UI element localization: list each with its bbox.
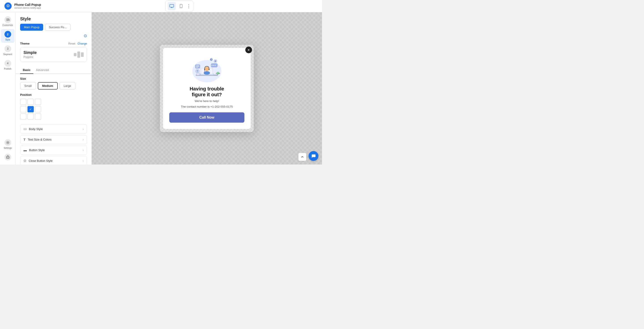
more-options-button[interactable]: ⋮: [186, 3, 191, 9]
popup-close-button[interactable]: ×: [245, 47, 252, 53]
button-style-arrow: ›: [83, 148, 84, 152]
theme-font: Poppins: [24, 56, 37, 59]
basic-subtab[interactable]: Basic: [20, 67, 33, 74]
sidebar-item-style[interactable]: 2 Style: [1, 29, 14, 43]
pos-cell-5[interactable]: [35, 106, 41, 112]
advanced-subtab[interactable]: Advanced: [33, 67, 52, 74]
sidebar-item-settings[interactable]: Settings: [1, 137, 14, 151]
sidebar-item-segment[interactable]: 3 Segment: [1, 44, 14, 57]
pos-cell-8[interactable]: [35, 114, 41, 120]
svg-point-5: [181, 7, 181, 8]
theme-reset-link[interactable]: Reset: [68, 42, 75, 45]
theme-links: Reset Change: [68, 42, 87, 45]
topbar-center: ⋮: [165, 1, 194, 12]
settings-icon: [4, 139, 11, 146]
canvas-area: ×: [92, 12, 322, 165]
publish-icon-circle: 4: [4, 60, 11, 67]
theme-card[interactable]: Simple Poppins: [20, 47, 87, 62]
device-mobile-button[interactable]: [177, 2, 185, 10]
call-now-button[interactable]: Call Now: [169, 112, 244, 123]
text-size-arrow: ›: [83, 138, 84, 141]
size-large-button[interactable]: Large: [60, 82, 75, 90]
segment-icon-circle: 3: [4, 46, 11, 52]
popup-title: Having trouble figure it out?: [190, 86, 224, 98]
close-button-style-icon: ⊙: [24, 159, 26, 163]
popup-tabs: Main Popup Success Po...: [16, 24, 92, 33]
svg-point-19: [212, 65, 212, 66]
topbar-title: Phone Call Popup: [14, 3, 41, 7]
svg-rect-0: [170, 5, 174, 7]
settings-label: Settings: [4, 147, 12, 149]
svg-point-21: [215, 65, 216, 66]
sidebar-item-briefcase[interactable]: [1, 152, 14, 162]
svg-point-6: [7, 142, 8, 143]
body-style-arrow: ›: [83, 127, 84, 131]
customize-label: Customize: [2, 24, 13, 27]
theme-name: Simple: [24, 50, 37, 55]
pos-cell-4[interactable]: ✓: [28, 106, 34, 112]
text-size-text: Text Size & Colors: [28, 138, 52, 141]
svg-point-15: [204, 67, 209, 71]
size-medium-button[interactable]: Medium: [38, 82, 58, 90]
theme-section-title: Theme Reset Change: [20, 42, 87, 45]
svg-point-27: [214, 60, 216, 62]
chat-bubble-button[interactable]: [308, 151, 318, 161]
briefcase-icon: [4, 154, 11, 160]
text-size-icon: T: [24, 138, 26, 141]
scroll-up-button[interactable]: [298, 153, 306, 161]
pos-cell-1[interactable]: [28, 99, 34, 105]
size-label: Size: [20, 77, 87, 80]
close-button-style-text: Close Button Style: [28, 159, 52, 162]
svg-rect-17: [209, 69, 210, 70]
main-layout: Customize 2 Style 3 Segment 4 Publish: [0, 12, 322, 165]
svg-rect-16: [204, 69, 205, 70]
theme-info: Simple Poppins: [24, 50, 37, 59]
button-style-icon: ▬: [24, 148, 27, 152]
target-icon[interactable]: ⊙: [84, 33, 87, 38]
popup-illustration: ?: [189, 53, 225, 82]
pos-cell-6[interactable]: [20, 114, 26, 120]
segment-label: Segment: [3, 53, 12, 56]
customize-icon-circle: [4, 16, 11, 23]
pos-cell-2[interactable]: [35, 99, 41, 105]
popup-subtitle: We're here to help!: [194, 99, 219, 103]
body-style-text: Body Style: [29, 127, 43, 131]
success-popup-tab[interactable]: Success Po...: [45, 24, 70, 31]
device-desktop-button[interactable]: [168, 2, 176, 10]
position-section: Position ✓: [16, 91, 92, 122]
main-popup-tab[interactable]: Main Popup: [20, 24, 43, 31]
theme-bar-2: [77, 52, 80, 58]
pos-check-icon: ✓: [29, 107, 32, 111]
popup-contact: The contact number is +1-202-555-0175: [181, 105, 233, 108]
subtabs: Basic Advanced: [16, 67, 92, 74]
pos-cell-3[interactable]: [20, 106, 26, 112]
button-style-option[interactable]: ▬ Button Style ›: [20, 145, 87, 155]
sidebar-item-publish[interactable]: 4 Publish: [1, 58, 14, 72]
publish-label: Publish: [4, 68, 12, 70]
svg-point-14: [204, 71, 210, 75]
body-style-option[interactable]: ▭ Body Style ›: [20, 124, 87, 134]
target-row: ⊙: [16, 33, 92, 39]
left-panel: Style Main Popup Success Po... ⊙ Theme R…: [16, 12, 92, 165]
text-size-colors-option[interactable]: T Text Size & Colors ›: [20, 135, 87, 144]
button-style-text: Button Style: [29, 148, 45, 152]
position-label: Position: [20, 93, 87, 97]
sidebar-item-customize[interactable]: Customize: [1, 15, 14, 28]
app-logo: O: [4, 3, 12, 10]
popup-inner: ? Having trouble figure it out? We're he…: [163, 48, 251, 129]
theme-bar-1: [74, 53, 76, 56]
size-buttons: Small Medium Large: [20, 82, 87, 90]
size-small-button[interactable]: Small: [20, 82, 36, 90]
theme-change-link[interactable]: Change: [78, 42, 87, 45]
topbar-left: O Phone Call Popup version-demo.netlify.…: [4, 3, 41, 10]
svg-rect-35: [196, 73, 200, 75]
pos-cell-7[interactable]: [28, 114, 34, 120]
close-button-style-option[interactable]: ⊙ Close Button Style ›: [20, 156, 87, 165]
panel-title: Style: [16, 12, 92, 24]
style-icon-circle: 2: [4, 31, 11, 38]
popup-modal: ×: [160, 45, 254, 132]
size-section: Size Small Medium Large: [16, 74, 92, 91]
theme-section: Theme Reset Change Simple Poppins: [16, 39, 92, 65]
device-bar: ⋮: [165, 1, 194, 12]
pos-cell-0[interactable]: [20, 99, 26, 105]
